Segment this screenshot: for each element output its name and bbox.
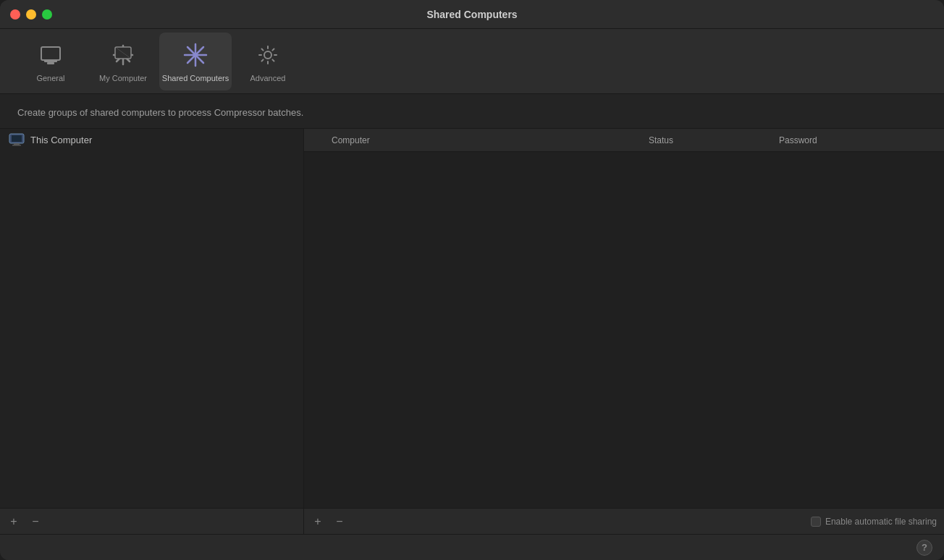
- tab-shared-computers-label: Shared Computers: [162, 74, 229, 82]
- svg-point-14: [264, 51, 271, 59]
- right-panel: Computer Status Password + − Enabl: [304, 129, 944, 534]
- tab-advanced[interactable]: Advanced: [232, 33, 304, 90]
- right-footer-left: + −: [311, 515, 346, 528]
- auto-share-checkbox-area[interactable]: Enable automatic file sharing: [811, 517, 937, 527]
- shared-computers-icon: [181, 41, 210, 69]
- content-area: Create groups of shared computers to pro…: [0, 94, 944, 534]
- traffic-lights: [10, 9, 52, 20]
- maximize-button[interactable]: [42, 9, 52, 20]
- right-remove-button[interactable]: −: [333, 515, 346, 528]
- svg-point-13: [193, 53, 198, 57]
- panels: This Computer + − Computer Status Passwo…: [0, 128, 944, 534]
- table-header: Computer Status Password: [304, 129, 944, 152]
- this-computer-icon: [9, 133, 25, 146]
- window-title: Shared Computers: [426, 9, 517, 20]
- svg-rect-16: [12, 135, 22, 142]
- advanced-icon: [253, 41, 282, 69]
- left-remove-button[interactable]: −: [29, 515, 42, 528]
- app-window: Shared Computers General: [0, 0, 944, 560]
- svg-rect-1: [44, 60, 57, 62]
- tab-my-computer-label: My Computer: [99, 74, 147, 82]
- description-text: Create groups of shared computers to pro…: [0, 94, 944, 128]
- close-button[interactable]: [10, 9, 20, 20]
- password-column-header: Password: [779, 135, 938, 145]
- svg-rect-17: [14, 143, 20, 145]
- right-add-button[interactable]: +: [311, 515, 324, 528]
- tab-advanced-label: Advanced: [250, 74, 286, 82]
- left-add-button[interactable]: +: [7, 515, 20, 528]
- computer-column-header: Computer: [332, 135, 649, 145]
- auto-share-label: Enable automatic file sharing: [825, 517, 937, 527]
- tab-shared-computers[interactable]: Shared Computers: [159, 33, 232, 90]
- list-item[interactable]: This Computer: [0, 129, 303, 150]
- tab-my-computer[interactable]: My Computer: [87, 33, 159, 90]
- tab-general[interactable]: General: [14, 33, 87, 90]
- this-computer-label: This Computer: [30, 135, 92, 145]
- bottom-bar: ?: [0, 534, 944, 560]
- svg-rect-2: [47, 62, 54, 64]
- titlebar: Shared Computers: [0, 0, 944, 29]
- my-computer-icon: [109, 41, 138, 69]
- svg-rect-0: [41, 47, 60, 60]
- help-button[interactable]: ?: [916, 540, 932, 556]
- left-panel: This Computer + −: [0, 129, 304, 534]
- toolbar: General My Computer: [0, 29, 944, 94]
- general-icon: [36, 41, 65, 69]
- left-footer: + −: [0, 508, 303, 534]
- status-column-header: Status: [649, 135, 779, 145]
- table-body: [304, 152, 944, 508]
- auto-share-checkbox[interactable]: [811, 517, 821, 527]
- svg-rect-18: [12, 145, 21, 146]
- right-footer: + − Enable automatic file sharing: [304, 508, 944, 534]
- tab-general-label: General: [36, 74, 64, 82]
- minimize-button[interactable]: [26, 9, 36, 20]
- right-footer-right: Enable automatic file sharing: [811, 517, 937, 527]
- left-list: This Computer: [0, 129, 303, 508]
